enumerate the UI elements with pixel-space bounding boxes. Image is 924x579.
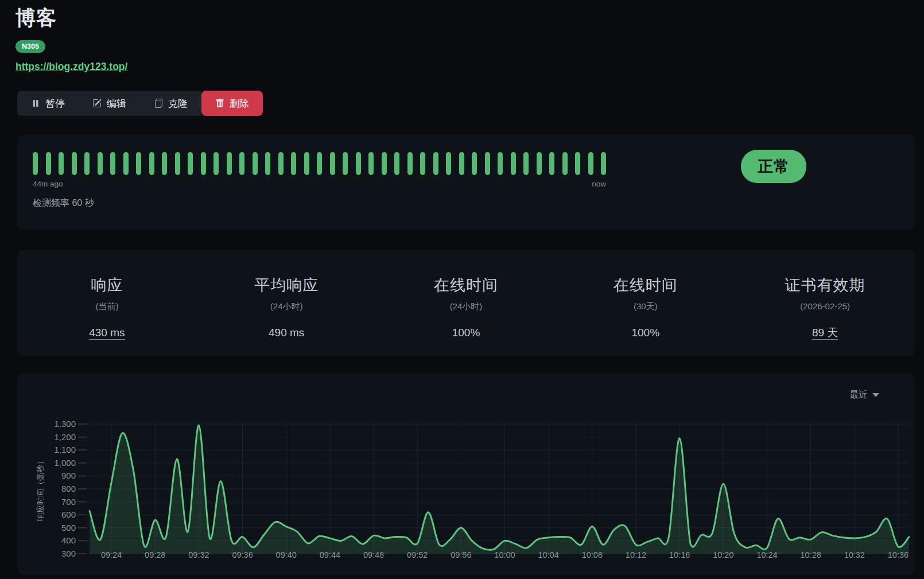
heartbeat-beat xyxy=(537,152,542,175)
heartbeat-time-range: 44m ago now xyxy=(33,180,606,188)
response-chart-card: 3004005006007008009001,0001,1001,2001,30… xyxy=(17,373,915,575)
heartbeat-beat xyxy=(343,152,348,175)
heartbeat-beat xyxy=(420,152,425,175)
clone-button-label: 克隆 xyxy=(168,97,188,110)
heartbeat-beat xyxy=(149,152,154,175)
heartbeat-beat xyxy=(382,152,387,175)
heartbeat-beat xyxy=(136,152,141,175)
heartbeat-beat xyxy=(562,152,568,175)
edit-icon xyxy=(92,99,102,108)
heartbeat-beat xyxy=(433,152,438,175)
edit-button-label: 编辑 xyxy=(107,97,126,110)
stat-value: 430 ms xyxy=(17,327,197,339)
stat-value: 100% xyxy=(556,327,735,339)
heartbeat-beat xyxy=(446,152,451,175)
svg-text:900: 900 xyxy=(61,471,76,480)
svg-text:700: 700 xyxy=(61,497,76,507)
heartbeat-beat xyxy=(33,152,38,175)
stat-subtitle: (当前) xyxy=(17,301,197,312)
heartbeat-beat xyxy=(46,152,51,175)
stat-title: 在线时间 xyxy=(556,275,735,296)
stat-subtitle: (2026-02-25) xyxy=(735,301,915,311)
stat-response-average: 平均响应 (24小时) 490 ms xyxy=(197,275,376,339)
heartbeat-beat xyxy=(601,152,606,175)
clone-icon xyxy=(154,99,163,108)
heartbeat-beat xyxy=(98,152,103,175)
chart-period-dropdown[interactable]: 最近 xyxy=(849,389,879,401)
stat-subtitle: (24小时) xyxy=(197,301,376,312)
trash-icon xyxy=(215,99,224,108)
heartbeat-beat xyxy=(485,152,490,175)
heartbeat-beat xyxy=(317,152,322,175)
monitor-url-link[interactable]: https://blog.zdy123.top/ xyxy=(15,61,127,73)
check-frequency-label: 检测频率 60 秒 xyxy=(33,197,899,209)
pause-button[interactable]: 暂停 xyxy=(17,91,79,116)
heartbeat-range-end: now xyxy=(592,180,606,188)
stat-subtitle: (30天) xyxy=(556,301,735,312)
page-title: 博客 xyxy=(15,5,57,32)
heartbeat-beat xyxy=(239,152,244,175)
heartbeat-beat xyxy=(253,152,258,175)
heartbeat-beat xyxy=(162,152,167,175)
stat-title: 平均响应 xyxy=(197,275,376,296)
heartbeat-beat xyxy=(188,152,193,175)
svg-text:600: 600 xyxy=(61,510,76,519)
heartbeat-beat xyxy=(459,152,464,175)
edit-button[interactable]: 编辑 xyxy=(79,91,140,116)
heartbeat-beat xyxy=(201,152,206,175)
chevron-down-icon xyxy=(872,393,879,397)
heartbeat-beat xyxy=(213,152,219,175)
svg-text:1,300: 1,300 xyxy=(54,419,76,429)
stat-value: 100% xyxy=(376,327,556,339)
heartbeat-beat xyxy=(523,152,529,175)
svg-text:1,000: 1,000 xyxy=(54,458,76,468)
status-badge: 正常 xyxy=(741,150,806,183)
svg-text:1,100: 1,100 xyxy=(54,445,76,454)
heartbeat-bar: 44m ago now xyxy=(33,152,606,188)
heartbeat-beat xyxy=(72,152,77,175)
heartbeat-beat xyxy=(227,152,232,175)
heartbeat-beat xyxy=(175,152,180,175)
heartbeat-range-start: 44m ago xyxy=(33,180,63,188)
heartbeat-beat xyxy=(511,152,516,175)
chart-period-label: 最近 xyxy=(849,389,868,401)
svg-text:响应时间（毫秒）: 响应时间（毫秒） xyxy=(36,457,45,521)
stat-title: 在线时间 xyxy=(376,275,556,296)
svg-text:300: 300 xyxy=(61,549,76,558)
pause-icon xyxy=(31,99,40,108)
clone-button[interactable]: 克隆 xyxy=(140,91,201,116)
response-time-chart: 3004005006007008009001,0001,1001,2001,30… xyxy=(17,373,915,575)
heartbeat-beat xyxy=(330,152,335,175)
heartbeat-beat xyxy=(472,152,477,175)
heartbeat-beat xyxy=(304,152,309,175)
svg-text:800: 800 xyxy=(61,484,76,493)
stat-subtitle: (24小时) xyxy=(376,301,556,312)
heartbeat-beat xyxy=(110,152,115,175)
stat-value: 490 ms xyxy=(197,327,376,339)
stat-title: 证书有效期 xyxy=(735,275,915,296)
svg-text:1,200: 1,200 xyxy=(54,432,76,442)
heartbeat-beat xyxy=(407,152,413,175)
svg-text:400: 400 xyxy=(61,535,76,545)
stat-cert-expiry: 证书有效期 (2026-02-25) 89 天 xyxy=(735,275,915,340)
stat-uptime-24h: 在线时间 (24小时) 100% xyxy=(376,275,556,339)
delete-button[interactable]: 删除 xyxy=(201,91,263,116)
stat-title: 响应 xyxy=(17,275,197,296)
heartbeat-beat xyxy=(498,152,503,175)
svg-text:500: 500 xyxy=(61,523,76,533)
stat-value: 89 天 xyxy=(735,325,915,340)
stats-card: 响应 (当前) 430 ms 平均响应 (24小时) 490 ms 在线时间 (… xyxy=(17,250,915,356)
heartbeat-beat xyxy=(368,152,374,175)
pause-button-label: 暂停 xyxy=(45,97,65,110)
heartbeat-beat xyxy=(291,152,296,175)
heartbeat-beat xyxy=(84,152,90,175)
heartbeat-beat xyxy=(278,152,284,175)
toolbar: 暂停 编辑 克隆 删除 xyxy=(17,91,263,116)
heartbeat-beat xyxy=(265,152,270,175)
heartbeat-card: 44m ago now 检测频率 60 秒 正常 xyxy=(17,135,915,230)
heartbeat-beat xyxy=(394,152,399,175)
heartbeat-beat xyxy=(123,152,129,175)
monitor-detail-page: 博客 N305 https://blog.zdy123.top/ 暂停 编辑 克… xyxy=(0,0,924,579)
stat-response-current: 响应 (当前) 430 ms xyxy=(17,275,197,339)
monitor-tag: N305 xyxy=(15,40,45,53)
